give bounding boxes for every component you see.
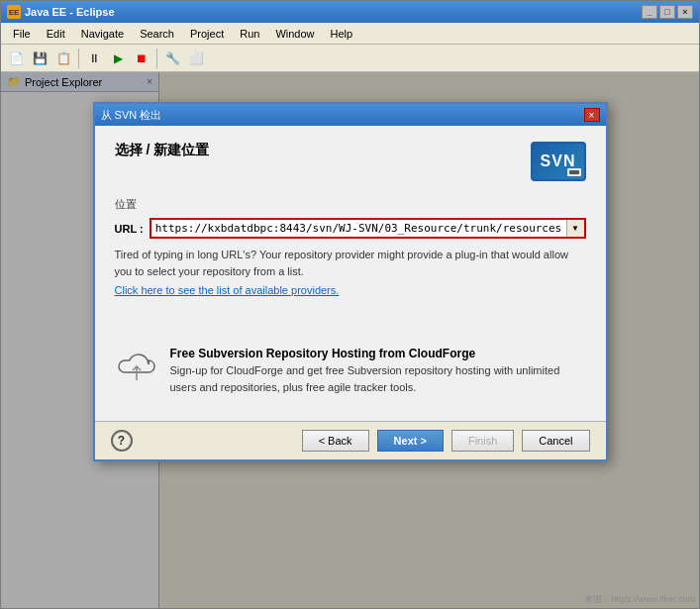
cloudforge-desc: Sign-up for CloudForge and get free Subv… (170, 362, 586, 395)
debug-btn[interactable]: ⏸ (83, 48, 105, 69)
dialog-title: 从 SVN 检出 (101, 108, 584, 123)
menu-edit[interactable]: Edit (39, 26, 73, 42)
save-btn[interactable]: 💾 (29, 48, 50, 69)
cloud-svg (115, 347, 158, 386)
watermark: 来源：https://www.itker.com (584, 593, 695, 606)
save-all-btn[interactable]: 📋 (52, 48, 74, 69)
menu-bar: File Edit Navigate Search Project Run Wi… (1, 23, 699, 45)
menu-search[interactable]: Search (132, 26, 182, 42)
cloudforge-section: Free Subversion Repository Hosting from … (115, 337, 586, 405)
menu-file[interactable]: File (5, 26, 39, 42)
back-button[interactable]: < Back (302, 430, 369, 452)
minimize-button[interactable]: _ (642, 5, 657, 19)
title-bar: EE Java EE - Eclipse _ □ × (1, 1, 699, 23)
cloudforge-text-block: Free Subversion Repository Hosting from … (170, 347, 586, 395)
svn-logo-sub (567, 168, 581, 176)
cancel-button[interactable]: Cancel (522, 430, 589, 452)
maximize-button[interactable]: □ (659, 5, 675, 19)
help-button[interactable]: ? (111, 430, 133, 452)
dialog-heading: 选择 / 新建位置 (115, 142, 210, 159)
new-file-btn[interactable]: 📄 (5, 48, 27, 69)
url-dropdown-button[interactable]: ▼ (566, 220, 584, 237)
url-input-container: ▼ (150, 218, 586, 239)
main-area: 📁 Project Explorer × 从 SVN 检出 × 选择 / 新建位… (1, 72, 699, 608)
toolbar-sep-2 (156, 49, 157, 68)
close-button[interactable]: × (677, 5, 693, 19)
perspective-btn[interactable]: ⬜ (185, 48, 207, 69)
toolbar: 📄 💾 📋 ⏸ ▶ ⏹ 🔧 ⬜ (1, 45, 699, 72)
dialog-overlay: 从 SVN 检出 × 选择 / 新建位置 SVN (1, 72, 699, 608)
providers-link[interactable]: Click here to see the list of available … (115, 284, 340, 296)
dialog-header-section: 选择 / 新建位置 SVN (115, 142, 586, 181)
cloudforge-title: Free Subversion Repository Hosting from … (170, 347, 586, 360)
menu-navigate[interactable]: Navigate (73, 26, 132, 42)
svn-logo-connector (569, 170, 579, 174)
stop-btn[interactable]: ⏹ (131, 48, 152, 69)
menu-run[interactable]: Run (232, 26, 267, 42)
url-label: URL : (115, 223, 144, 235)
ext-btn[interactable]: 🔧 (161, 48, 183, 69)
eclipse-window: EE Java EE - Eclipse _ □ × File Edit Nav… (0, 0, 700, 609)
dialog-bottom-bar: ? < Back Next > Finish Cancel (95, 421, 606, 459)
eclipse-icon: EE (7, 5, 21, 19)
url-input[interactable] (151, 220, 566, 237)
dialog-close-button[interactable]: × (584, 108, 600, 122)
dialog-title-bar: 从 SVN 检出 × (95, 104, 606, 126)
window-title: Java EE - Eclipse (25, 6, 642, 18)
location-label: 位置 (115, 197, 586, 212)
menu-help[interactable]: Help (323, 26, 361, 42)
toolbar-sep-1 (78, 49, 79, 68)
menu-project[interactable]: Project (182, 26, 232, 42)
svn-dialog: 从 SVN 检出 × 选择 / 新建位置 SVN (93, 102, 608, 461)
svn-logo: SVN (531, 142, 586, 181)
info-text: Tired of typing in long URL's? Your repo… (115, 247, 586, 279)
cloudforge-icon (115, 347, 158, 386)
run-btn[interactable]: ▶ (107, 48, 129, 69)
finish-button[interactable]: Finish (451, 430, 514, 452)
window-controls: _ □ × (642, 5, 693, 19)
menu-window[interactable]: Window (267, 26, 322, 42)
dialog-content: 选择 / 新建位置 SVN 位置 URL : (95, 126, 606, 421)
next-button[interactable]: Next > (377, 430, 444, 452)
url-row: URL : ▼ (115, 218, 586, 239)
